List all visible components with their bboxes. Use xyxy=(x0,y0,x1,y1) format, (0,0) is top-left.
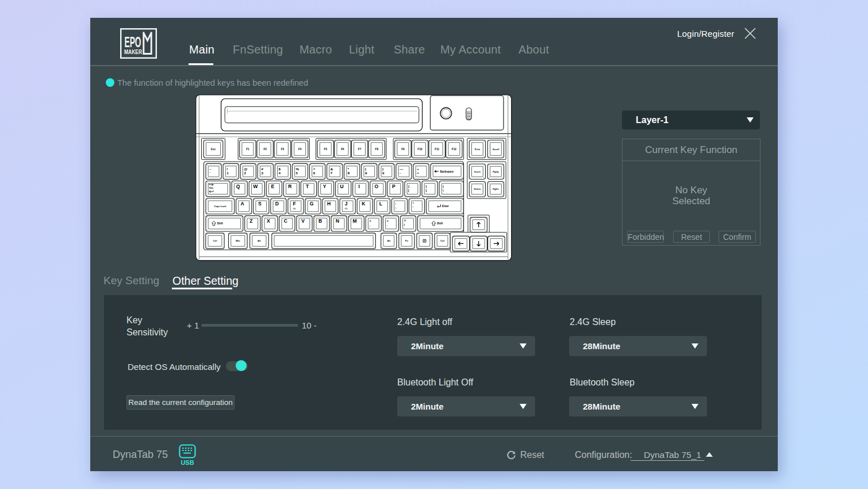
svg-text:0: 0 xyxy=(382,171,385,175)
svg-text:Backspace: Backspace xyxy=(440,170,454,173)
svg-text:Shift: Shift xyxy=(437,222,443,225)
svg-text:N: N xyxy=(336,218,339,224)
svg-text:8: 8 xyxy=(348,171,350,175)
svg-text:=: = xyxy=(417,171,419,175)
svg-text:Fn: Fn xyxy=(405,239,409,242)
svg-text:Win: Win xyxy=(236,239,240,242)
svg-text:C: C xyxy=(284,218,287,224)
svg-text:F11: F11 xyxy=(435,148,439,151)
svg-text:%: % xyxy=(296,167,299,171)
svg-text:[: [ xyxy=(408,189,409,192)
svg-text:L: L xyxy=(379,201,382,207)
svg-text:Q: Q xyxy=(236,184,240,189)
svg-text:): ) xyxy=(382,167,383,171)
svg-text:": " xyxy=(413,202,414,205)
svg-text:&: & xyxy=(331,167,333,171)
svg-text:Alt: Alt xyxy=(387,239,391,242)
svg-text:Ctrl: Ctrl xyxy=(213,239,217,242)
svg-text:Scroll: Scroll xyxy=(493,148,499,151)
svg-text:9: 9 xyxy=(365,171,367,175)
svg-text:Delete: Delete xyxy=(474,188,481,190)
svg-text:2: 2 xyxy=(244,171,246,175)
svg-text:Print: Print xyxy=(475,148,481,151)
svg-text:F8: F8 xyxy=(375,148,379,151)
svg-text:F10: F10 xyxy=(418,148,423,151)
svg-text:]: ] xyxy=(425,189,427,192)
svg-text:5: 5 xyxy=(296,171,298,175)
svg-text:Caps Lock: Caps Lock xyxy=(214,205,226,208)
svg-text:J: J xyxy=(345,201,348,207)
svg-text:@: @ xyxy=(244,167,247,171)
svg-text:S: S xyxy=(258,201,262,207)
svg-text:^: ^ xyxy=(313,167,316,171)
svg-text:D: D xyxy=(275,201,279,207)
svg-text:Insert: Insert xyxy=(474,170,481,173)
svg-text:PgUp: PgUp xyxy=(493,170,499,173)
svg-text:I: I xyxy=(359,184,360,189)
svg-text:MAKER: MAKER xyxy=(124,48,143,55)
svg-text:7: 7 xyxy=(331,171,333,175)
svg-text:X: X xyxy=(267,218,270,224)
svg-text:E: E xyxy=(271,184,275,189)
svg-text:Ctrl: Ctrl xyxy=(440,239,444,242)
svg-text:PgDn: PgDn xyxy=(493,188,499,190)
svg-text:~: ~ xyxy=(209,167,212,171)
svg-text:F7: F7 xyxy=(358,148,362,151)
svg-text:$: $ xyxy=(279,167,281,171)
svg-text:F: F xyxy=(293,201,295,207)
svg-text:—: — xyxy=(400,167,404,171)
svg-text:4: 4 xyxy=(279,171,281,175)
svg-text:Z: Z xyxy=(249,218,252,224)
svg-text:M: M xyxy=(353,218,357,224)
svg-text:B: B xyxy=(318,218,322,224)
svg-text:O: O xyxy=(374,184,378,189)
svg-text:F1: F1 xyxy=(246,148,249,151)
svg-text:3: 3 xyxy=(261,171,263,175)
svg-text:Tab: Tab xyxy=(209,186,214,189)
svg-text:6: 6 xyxy=(313,171,316,175)
svg-text:!: ! xyxy=(226,167,228,171)
svg-text:Esc: Esc xyxy=(211,148,216,151)
svg-text:H: H xyxy=(327,201,331,207)
svg-text:F5: F5 xyxy=(324,148,328,151)
svg-text:W: W xyxy=(253,184,258,189)
svg-text:`: ` xyxy=(209,171,210,175)
svg-text:V: V xyxy=(301,218,305,224)
svg-text:{: { xyxy=(408,185,409,188)
svg-text:F6: F6 xyxy=(341,148,344,151)
svg-text:Y: Y xyxy=(323,184,327,189)
svg-text:Enter: Enter xyxy=(442,205,449,208)
svg-text:F4: F4 xyxy=(298,148,302,151)
svg-text::: : xyxy=(395,202,397,205)
svg-text:F3: F3 xyxy=(281,148,285,151)
svg-text:+: + xyxy=(417,167,419,171)
svg-text:-: - xyxy=(400,171,401,175)
svg-text:F12: F12 xyxy=(452,148,456,151)
svg-text:;: ; xyxy=(395,206,397,209)
svg-text:Shift: Shift xyxy=(217,222,224,225)
svg-text:#: # xyxy=(261,167,263,171)
svg-text:F9: F9 xyxy=(401,148,405,151)
svg-text:R: R xyxy=(288,184,292,189)
svg-text:Alt: Alt xyxy=(258,239,261,242)
svg-text:G: G xyxy=(310,201,314,207)
svg-text:T: T xyxy=(306,184,309,189)
svg-text:?: ? xyxy=(404,219,406,223)
svg-text:F2: F2 xyxy=(263,148,267,151)
svg-text:P: P xyxy=(392,184,395,189)
svg-text:K: K xyxy=(362,201,366,207)
svg-text:A: A xyxy=(241,201,244,207)
svg-text:1: 1 xyxy=(226,171,229,175)
svg-text:U: U xyxy=(340,184,344,189)
